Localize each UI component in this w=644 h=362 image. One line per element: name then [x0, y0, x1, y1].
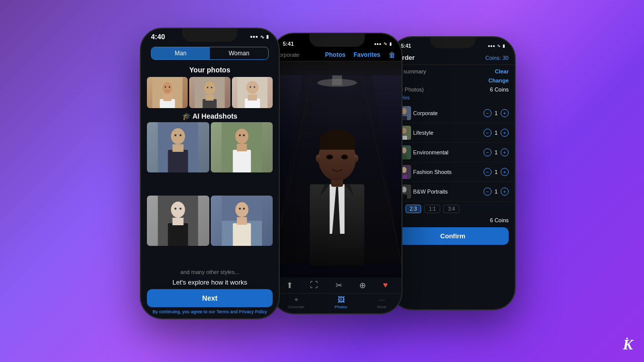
svg-point-27 — [235, 129, 248, 144]
svg-point-42 — [243, 208, 245, 210]
edit-icon[interactable]: ✂ — [336, 281, 342, 290]
signal-icon-m: ●●● — [374, 42, 382, 46]
photos-icon: 🖼 — [338, 296, 345, 304]
qty-control-environmental: − 1 + — [484, 148, 509, 156]
svg-rect-37 — [173, 218, 184, 225]
bottom-photo-grid — [147, 122, 273, 267]
order-package-row: 48 Photos) 6 Coins — [397, 85, 509, 94]
middle-tabs: orporate Photos Favorites 🗑 — [273, 49, 401, 61]
terms-text: By continuing, you agree to our Terms an… — [141, 309, 279, 314]
heart-icon[interactable]: ♥ — [383, 281, 388, 290]
svg-rect-23 — [168, 150, 188, 172]
order-style-row: e Change — [397, 76, 509, 85]
svg-point-28 — [238, 134, 240, 136]
ratio-btn-34[interactable]: 3:4 — [443, 205, 459, 213]
more-icon: ··· — [379, 296, 385, 304]
notch-middle — [309, 34, 365, 47]
svg-point-40 — [235, 202, 248, 217]
svg-rect-12 — [206, 95, 214, 101]
svg-rect-24 — [173, 144, 184, 152]
qty-minus-corporate[interactable]: − — [484, 109, 492, 117]
gender-man-btn[interactable]: Man — [151, 47, 210, 59]
explore-text: Let's explore how it works — [141, 279, 279, 286]
terms-link1[interactable]: Terms — [216, 309, 229, 314]
photo-thumb-2 — [189, 77, 230, 108]
tab-favorites[interactable]: Favorites — [354, 51, 380, 58]
terms-and: and — [230, 309, 239, 314]
nav-more-label: More — [377, 305, 386, 309]
qty-plus-environmental[interactable]: + — [501, 148, 509, 156]
svg-point-34 — [175, 208, 177, 210]
status-icons-back: ●●● ∿ ▮ — [488, 44, 505, 48]
order-package-coins: 6 Coins — [490, 86, 509, 93]
svg-point-22 — [180, 134, 182, 136]
svg-point-35 — [180, 208, 182, 210]
order-header: Order Coins: 30 — [391, 51, 515, 65]
svg-point-3 — [165, 86, 166, 88]
ratio-btn-11[interactable]: 1:1 — [424, 205, 440, 213]
headshots-label: 🎓 AI Headshots — [141, 112, 279, 120]
phone-front: 4:40 ●●● ∿ ▮ Man Woman Your photos — [140, 28, 280, 319]
qty-plus-corporate[interactable]: + — [501, 109, 509, 117]
signal-icon-b: ●●● — [488, 44, 496, 48]
svg-rect-31 — [236, 144, 247, 151]
style-row-corporate: Corporate − 1 + — [391, 104, 515, 123]
qty-plus-fashion[interactable]: + — [501, 168, 509, 176]
total-coins: 6 Coins — [391, 216, 515, 224]
nav-generate[interactable]: ✦ Generate — [288, 296, 304, 309]
svg-point-41 — [238, 208, 240, 210]
battery-icon: ▮ — [266, 34, 269, 39]
photo-thumb-3 — [232, 77, 273, 108]
qty-minus-fashion[interactable]: − — [484, 168, 492, 176]
photo-thumb-7 — [211, 196, 273, 246]
style-name-corporate: Corporate — [413, 110, 438, 116]
qty-minus-lifestyle[interactable]: − — [484, 129, 492, 137]
wifi-icon: ∿ — [260, 34, 264, 40]
tab-photos[interactable]: Photos — [325, 51, 346, 58]
qty-control-fashion: − 1 + — [484, 168, 509, 176]
style-name-fashion: Fashion Shoots — [413, 169, 451, 175]
svg-rect-6 — [164, 95, 172, 101]
nav-more[interactable]: ··· More — [377, 296, 386, 309]
svg-point-65 — [316, 154, 321, 162]
qty-value-fashion: 1 — [495, 169, 498, 175]
order-clear-btn[interactable]: Clear — [495, 68, 509, 74]
add-icon[interactable]: ⊕ — [359, 281, 366, 290]
confirm-button[interactable]: Confirm — [397, 227, 509, 245]
status-time-front: 4:40 — [151, 33, 165, 41]
style-name-lifestyle: Lifestyle — [413, 130, 433, 136]
svg-point-21 — [175, 134, 177, 136]
portrait-svg — [273, 61, 401, 278]
ratio-btn-23[interactable]: 2:3 — [406, 205, 422, 213]
wifi-icon-b: ∿ — [497, 44, 501, 48]
battery-icon-m: ▮ — [389, 42, 391, 46]
qty-minus-environmental[interactable]: − — [484, 148, 492, 156]
trash-icon[interactable]: 🗑 — [388, 51, 395, 59]
svg-point-66 — [353, 154, 358, 162]
svg-point-33 — [171, 202, 185, 218]
bottom-actions: ⬆ ⛶ ✂ ⊕ ♥ — [273, 278, 401, 293]
gender-woman-btn[interactable]: Woman — [210, 47, 268, 59]
generate-icon: ✦ — [293, 296, 299, 304]
share-icon[interactable]: ⬆ — [286, 281, 293, 290]
terms-link2[interactable]: Privacy Policy — [239, 309, 267, 314]
photo-thumb-5 — [211, 122, 273, 172]
qty-value-corporate: 1 — [495, 110, 498, 116]
styles-link[interactable]: styles — [397, 94, 509, 102]
coins-badge: Coins: 30 — [486, 55, 509, 61]
qty-plus-bw[interactable]: + — [501, 188, 509, 196]
qty-minus-bw[interactable]: − — [484, 188, 492, 196]
gender-toggle[interactable]: Man Woman — [151, 47, 269, 60]
order-summary-section: er summary Clear e Change 48 Photos) 6 C… — [391, 65, 515, 104]
your-photos-title: Your photos — [141, 66, 279, 74]
order-change-btn[interactable]: Change — [489, 77, 509, 83]
svg-point-64 — [335, 160, 340, 167]
expand-icon[interactable]: ⛶ — [310, 281, 318, 290]
qty-plus-lifestyle[interactable]: + — [501, 129, 509, 137]
svg-point-4 — [169, 86, 170, 88]
svg-point-15 — [250, 86, 251, 88]
qty-value-lifestyle: 1 — [495, 130, 498, 136]
next-button[interactable]: Next — [147, 289, 273, 307]
status-time-back: 5:41 — [401, 43, 411, 49]
nav-photos[interactable]: 🖼 Photos — [335, 296, 347, 309]
